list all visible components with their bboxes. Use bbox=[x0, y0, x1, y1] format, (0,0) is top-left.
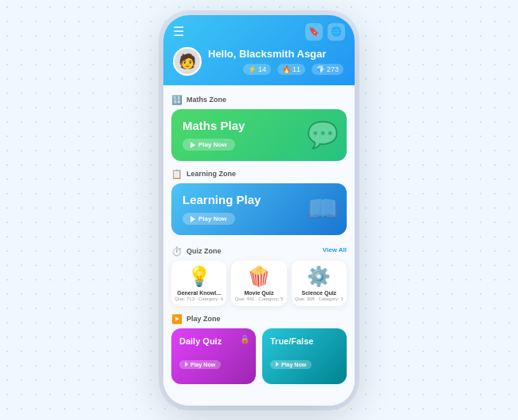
play-zone-icon: ▶️ bbox=[171, 314, 182, 324]
phone-frame: ☰ 🔖 🌐 🧑 Hello, Blacksmith Asgar ⚡ 14 🔥 1… bbox=[163, 15, 355, 406]
play-zone-label: ▶️ Play Zone bbox=[171, 314, 347, 324]
quiz-zone-label: ⏱️ Quiz Zone bbox=[171, 246, 222, 257]
learning-zone-label: 📋 Learning Zone bbox=[171, 169, 347, 179]
greeting-text: Hello, Blacksmith Asgar bbox=[208, 48, 343, 60]
content-area: 🔢 Maths Zone Maths Play Play Now 💬 📋 Lea… bbox=[163, 85, 355, 406]
stat-value-1: 11 bbox=[292, 65, 300, 73]
play-zone-grid: Daily Quiz 🔒 Play Now True/False Play No… bbox=[171, 328, 347, 384]
learning-card-deco: 📖 bbox=[307, 194, 339, 224]
maths-zone-icon: 🔢 bbox=[171, 95, 182, 105]
science-quiz-name: Science Quiz bbox=[295, 290, 343, 296]
true-false-title: True/False bbox=[270, 336, 339, 346]
quiz-zone-icon: ⏱️ bbox=[171, 246, 182, 257]
lock-icon: 🔒 bbox=[240, 335, 249, 343]
stat-badge-fire: 🔥 11 bbox=[277, 64, 305, 75]
stat-value-0: 14 bbox=[258, 65, 266, 73]
quiz-card-general[interactable]: 💡 General Knowl... Que: 713 · Category: … bbox=[171, 261, 226, 306]
bookmark-button[interactable]: 🔖 bbox=[305, 23, 323, 41]
maths-card-deco: 💬 bbox=[307, 120, 339, 150]
menu-icon[interactable]: ☰ bbox=[173, 24, 184, 39]
general-quiz-emoji: 💡 bbox=[175, 265, 223, 288]
gem-icon: 💎 bbox=[316, 65, 325, 73]
learning-play-button[interactable]: Play Now bbox=[182, 213, 235, 225]
general-quiz-meta: Que: 713 · Category: 4 bbox=[175, 296, 223, 301]
lightning-icon: ⚡ bbox=[248, 65, 257, 73]
quiz-card-science[interactable]: ⚙️ Science Quiz Que: 308 · Category: 3 bbox=[292, 261, 347, 306]
daily-quiz-title: Daily Quiz bbox=[179, 336, 248, 346]
translate-button[interactable]: 🌐 bbox=[328, 23, 345, 41]
daily-quiz-play-icon bbox=[185, 362, 188, 367]
view-all-button[interactable]: View All bbox=[323, 246, 347, 253]
stat-badge-lightning: ⚡ 14 bbox=[243, 64, 271, 75]
avatar: 🧑 bbox=[173, 47, 202, 76]
science-quiz-emoji: ⚙️ bbox=[295, 265, 343, 288]
stat-value-2: 273 bbox=[327, 65, 339, 73]
movie-quiz-meta: Que: 441 · Category: 5 bbox=[234, 296, 283, 301]
maths-zone-label: 🔢 Maths Zone bbox=[171, 95, 347, 105]
general-quiz-name: General Knowl... bbox=[175, 290, 223, 296]
movie-quiz-name: Movie Quiz bbox=[234, 290, 283, 296]
maths-play-icon bbox=[190, 142, 195, 148]
science-quiz-meta: Que: 308 · Category: 3 bbox=[295, 296, 343, 301]
maths-play-button[interactable]: Play Now bbox=[182, 139, 235, 151]
true-false-play-icon bbox=[276, 362, 279, 367]
true-false-card[interactable]: True/False Play Now bbox=[262, 328, 347, 384]
fire-icon: 🔥 bbox=[282, 65, 291, 73]
maths-play-card[interactable]: Maths Play Play Now 💬 bbox=[171, 109, 347, 161]
quiz-grid: 💡 General Knowl... Que: 713 · Category: … bbox=[171, 261, 347, 306]
learning-zone-icon: 📋 bbox=[171, 169, 182, 179]
header: ☰ 🔖 🌐 🧑 Hello, Blacksmith Asgar ⚡ 14 🔥 1… bbox=[163, 15, 355, 85]
quiz-card-movie[interactable]: 🍿 Movie Quiz Que: 441 · Category: 5 bbox=[231, 261, 286, 306]
stat-badge-gem: 💎 273 bbox=[312, 64, 343, 75]
daily-quiz-play-button[interactable]: Play Now bbox=[179, 360, 221, 369]
learning-play-card[interactable]: Learning Play Play Now 📖 bbox=[171, 183, 347, 235]
true-false-play-button[interactable]: Play Now bbox=[270, 360, 312, 369]
movie-quiz-emoji: 🍿 bbox=[234, 265, 283, 288]
daily-quiz-card[interactable]: Daily Quiz 🔒 Play Now bbox=[171, 328, 256, 384]
learning-play-icon bbox=[190, 216, 195, 222]
